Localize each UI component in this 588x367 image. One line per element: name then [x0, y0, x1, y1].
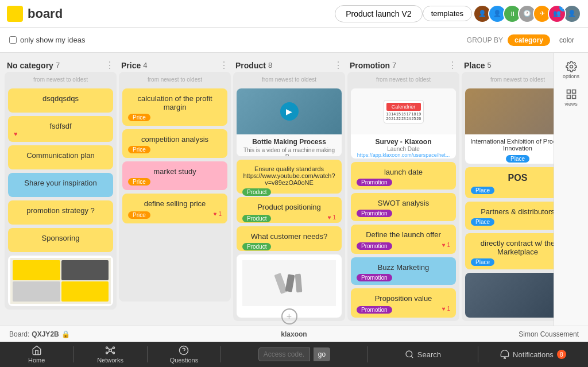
col-count-promotion: 7 — [392, 61, 396, 69]
card-pos[interactable]: POS Place ♥ 1 — [465, 167, 554, 198]
card-add-product[interactable]: + — [237, 254, 342, 318]
card-quality-standards[interactable]: Ensure quality standards https://www.you… — [237, 160, 342, 194]
lock-icon: 🔒 — [61, 330, 70, 338]
col-menu-product[interactable]: ⋮ — [334, 60, 343, 71]
card-survey-klaxoon[interactable]: Calendrier 13141516171819 20212223242526… — [351, 88, 456, 159]
col-menu-no-category[interactable]: ⋮ — [105, 60, 114, 71]
nav-home[interactable]: Home — [0, 342, 73, 367]
col-title-promotion: Promotion — [350, 61, 390, 70]
svg-line-17 — [411, 356, 413, 358]
access-code-input[interactable] — [258, 347, 310, 361]
avatar-group: 👤 👤 ⏸ 🕐 ✈ 9 👥 👤 — [477, 5, 581, 23]
options-icon — [566, 61, 577, 72]
calendar-thumb: Calendrier 13141516171819 20212223242526 — [351, 88, 456, 134]
card-proposition-value[interactable]: Proposition value Promotion ♥ 1 — [351, 288, 456, 318]
svg-rect-3 — [567, 95, 570, 99]
col-menu-price[interactable]: ⋮ — [219, 60, 229, 71]
svg-point-9 — [113, 352, 115, 354]
networks-icon — [105, 345, 115, 356]
svg-rect-4 — [572, 95, 575, 99]
card-sponsoring[interactable]: Sponsoring — [8, 228, 113, 252]
options-button[interactable]: options — [559, 57, 584, 83]
play-button[interactable]: ▶ — [280, 102, 299, 121]
sort-label-no-category: from newest to oldest — [8, 75, 113, 85]
views-button[interactable]: views — [559, 85, 584, 110]
card-fsdfsdf[interactable]: fsdfsdf ♥ — [8, 116, 113, 142]
nav-search[interactable]: Search — [368, 350, 478, 359]
svg-rect-2 — [572, 90, 575, 94]
notifications-badge: 8 — [557, 350, 566, 359]
card-conference[interactable] — [465, 273, 554, 318]
networks-label: Networks — [97, 357, 123, 364]
bottom-nav: Home Networks Questions go Search Notifi… — [0, 342, 588, 367]
app-title: board — [28, 6, 63, 21]
card-communication-plan[interactable]: Communication plan — [8, 145, 113, 169]
board-title-button[interactable]: Product launch V2 — [335, 5, 422, 22]
card-marketplace[interactable]: directly contract w/ the Marketplace Pla… — [465, 233, 554, 270]
svg-line-13 — [111, 351, 113, 353]
home-icon — [32, 345, 42, 356]
card-selling-price[interactable]: define selling price Price ♥ 1 — [122, 194, 227, 223]
nav-notifications[interactable]: Notifications 8 — [478, 350, 588, 359]
video-thumb: ▶ — [237, 88, 342, 134]
status-bar: Board: QXJY2B 🔒 klaxoon Simon Coussement — [0, 326, 588, 342]
svg-point-0 — [570, 65, 572, 68]
card-launch-offer[interactable]: Define the launch offer Promotion ♥ 1 — [351, 225, 456, 254]
questions-icon — [179, 345, 189, 356]
cards-no-category: from newest to oldest dsqdqsdqs fsdfsdf … — [5, 72, 117, 310]
column-place: Place 5 ⋮ from newest to oldest Internat… — [462, 57, 554, 321]
sort-label-promotion: from newest to oldest — [351, 75, 456, 85]
col-count-price: 4 — [143, 61, 147, 69]
col-menu-promotion[interactable]: ⋮ — [448, 60, 457, 71]
svg-line-12 — [108, 351, 110, 353]
card-bottle-making[interactable]: ▶ Bottle Making Process This is a video … — [237, 88, 342, 156]
board-code: QXJY2B — [32, 330, 59, 338]
conf-thumb — [465, 273, 554, 318]
col-count-product: 8 — [268, 61, 272, 69]
search-icon — [405, 350, 414, 359]
column-product: Product 8 ⋮ from newest to oldest ▶ Bott… — [233, 57, 345, 321]
card-launch-date[interactable]: launch date Promotion — [351, 162, 456, 190]
toolbar: only show my ideas GROUP BY category col… — [0, 28, 588, 53]
my-ideas-checkbox[interactable] — [9, 36, 17, 44]
avatar-6: 9 👥 — [548, 5, 566, 23]
tools-thumb — [242, 260, 336, 306]
column-header-place: Place 5 ⋮ — [462, 57, 554, 72]
logo-icon — [7, 6, 23, 22]
col-title-no-category: No category — [7, 61, 53, 70]
card-swot-analysis[interactable]: SWOT analysis Promotion — [351, 193, 456, 221]
card-poster[interactable] — [8, 256, 113, 306]
go-button[interactable]: go — [314, 347, 330, 361]
card-intl-exhibition[interactable]: International Exhibition of Product Inno… — [465, 88, 554, 164]
column-no-category: No category 7 ⋮ from newest to oldest ds… — [5, 57, 117, 321]
templates-button[interactable]: templates — [423, 6, 472, 21]
card-market-study[interactable]: market study Price — [122, 161, 227, 190]
views-icon — [566, 88, 577, 100]
card-dsqdqsdqs[interactable]: dsqdqsdqs — [8, 88, 113, 113]
color-tab[interactable]: color — [555, 34, 579, 46]
card-promotion-strategy[interactable]: promotion strategy ? — [8, 200, 113, 225]
svg-point-8 — [106, 352, 108, 354]
user-name: Simon Coussement — [519, 330, 579, 338]
notifications-icon — [500, 350, 509, 359]
card-customer-needs[interactable]: What customer needs? Product — [237, 226, 342, 251]
my-ideas-checkbox-label[interactable]: only show my ideas — [9, 36, 85, 44]
card-partners-distributors[interactable]: Partners & distributors Place — [465, 202, 554, 230]
column-promotion: Promotion 7 ⋮ from newest to oldest Cale… — [347, 57, 459, 321]
column-header-product: Product 8 ⋮ — [233, 57, 345, 72]
nav-networks[interactable]: Networks — [74, 342, 146, 367]
card-product-positioning[interactable]: Product positioning Product ♥ 1 — [237, 197, 342, 223]
card-share-inspiration[interactable]: Share your inspiration — [8, 173, 113, 197]
nav-questions[interactable]: Questions — [148, 342, 220, 367]
card-competition-analysis[interactable]: competition analysis Price — [122, 129, 227, 158]
home-label: Home — [28, 357, 45, 364]
column-price: Price 4 ⋮ from newest to oldest calculat… — [119, 57, 231, 321]
column-header-no-category: No category 7 ⋮ — [5, 57, 117, 72]
header-right: templates 👤 👤 ⏸ 🕐 ✈ 9 👥 👤 — [423, 5, 581, 23]
column-header-price: Price 4 ⋮ — [119, 57, 231, 72]
board-label: Board: — [9, 330, 29, 338]
category-tab[interactable]: category — [508, 34, 550, 46]
card-buzz-marketing[interactable]: Buzz Marketing Promotion — [351, 257, 456, 285]
col-count-no-category: 7 — [56, 61, 60, 69]
card-profit-margin[interactable]: calculation of the profit margin Price — [122, 88, 227, 126]
